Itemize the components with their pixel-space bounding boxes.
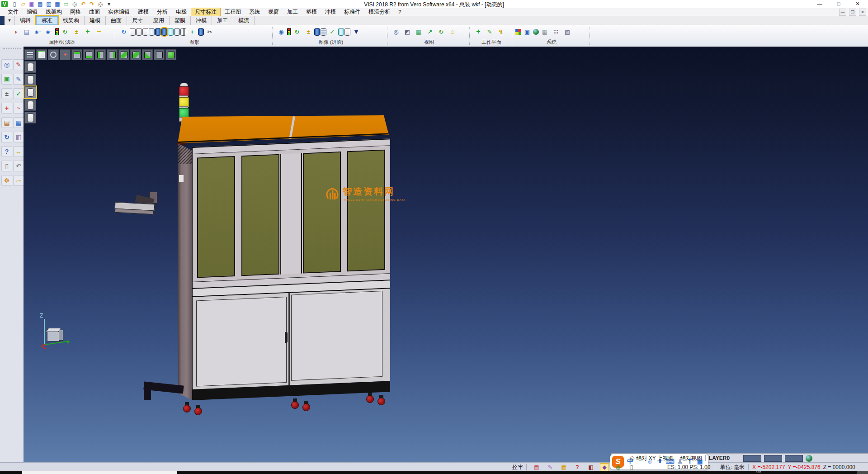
shading-ghost-icon[interactable] <box>174 28 180 36</box>
menu-edit[interactable]: 编辑 <box>23 8 42 16</box>
open-file-icon[interactable]: ▱ <box>19 0 27 8</box>
shading-flat-icon[interactable] <box>149 28 155 36</box>
tab-standard[interactable]: 标准 <box>36 16 58 25</box>
print-preview-icon[interactable]: ◎ <box>71 0 78 8</box>
cube-bottom-view-icon[interactable] <box>83 49 94 60</box>
status-help-icon[interactable]: ? <box>573 464 581 471</box>
shading-shaded-edges-icon[interactable] <box>161 28 167 36</box>
new-file-icon[interactable]: ▯ <box>11 0 18 8</box>
tab-flow[interactable]: 模流 <box>233 16 255 25</box>
redo-icon[interactable]: ↷ <box>88 0 95 8</box>
system-grid-icon[interactable]: ∷ <box>551 26 561 38</box>
menu-standard-parts[interactable]: 标准件 <box>340 8 364 16</box>
grid-snap-icon[interactable]: ▦ <box>560 464 568 471</box>
examine-cube-icon[interactable]: ◩ <box>402 26 413 38</box>
cube-back-view-icon[interactable] <box>130 49 141 60</box>
system-colors-icon[interactable] <box>515 29 521 35</box>
window-layout-icon[interactable]: ▦ <box>13 117 24 128</box>
status-button[interactable] <box>743 455 761 462</box>
viewport-3d[interactable]: + <box>24 47 868 462</box>
eye-minus-icon[interactable]: − <box>94 26 104 38</box>
menu-machining[interactable]: 加工 <box>283 8 302 16</box>
snap-circle-icon[interactable]: ◍ <box>614 464 622 471</box>
menu-moldflow[interactable]: 模流分析 <box>364 8 394 16</box>
move-triad-icon[interactable]: + <box>1 103 12 114</box>
undo-icon[interactable]: ↶ <box>80 0 87 8</box>
confirm-check-icon[interactable]: ✓ <box>13 88 24 99</box>
view-indicator[interactable]: 绝对视图 <box>680 455 702 462</box>
import-icon[interactable]: ▣ <box>28 0 35 8</box>
open-folder-icon[interactable]: ▱ <box>13 175 24 186</box>
eye-add-icon[interactable]: ◉+ <box>33 26 43 38</box>
tab-machining[interactable]: 加工 <box>212 16 233 25</box>
doc-restore-button[interactable]: ❐ <box>849 9 856 16</box>
advanced-check-icon[interactable]: ✓ <box>327 26 338 38</box>
status-button[interactable] <box>785 455 803 462</box>
help-icon[interactable]: ? <box>1 146 12 157</box>
menu-help[interactable]: ? <box>394 9 406 16</box>
tab-surface[interactable]: 曲面 <box>106 16 127 25</box>
menu-die[interactable]: 冲模 <box>321 8 340 16</box>
shading-hidden-line-icon[interactable] <box>136 28 142 36</box>
eye-refresh-icon[interactable]: ↻ <box>60 26 71 38</box>
cube-front-view-icon[interactable] <box>118 49 129 60</box>
shading-transparent-icon[interactable] <box>168 28 174 36</box>
cube-arrow-icon[interactable]: ◧ <box>587 464 595 471</box>
shading-hatch-icon[interactable] <box>180 28 186 36</box>
shading-dashed-icon[interactable] <box>142 28 148 36</box>
delete-trash-icon[interactable]: ▯ <box>1 161 12 171</box>
system-screen-icon[interactable]: ▣ <box>522 26 533 38</box>
dimension-icon[interactable]: ↔ <box>13 146 24 157</box>
zoom-view-icon[interactable]: ◎ <box>391 26 401 38</box>
zoom-icon[interactable] <box>48 49 59 60</box>
undo-arrow-icon[interactable]: ↶ <box>13 161 24 171</box>
tab-dropdown-button[interactable]: ▼ <box>5 16 15 25</box>
menu-analysis[interactable]: 分析 <box>153 8 172 16</box>
mode-shaded-icon[interactable] <box>24 86 36 98</box>
advanced-eye-icon[interactable]: ◉ <box>276 26 287 38</box>
shading-wireframe-icon[interactable] <box>130 28 136 36</box>
save-as-icon[interactable]: ▥ <box>45 0 52 8</box>
tab-modeling[interactable]: 建模 <box>85 16 106 25</box>
menu-dimension[interactable]: 尺寸标注 <box>191 8 221 16</box>
attributes-books-icon[interactable]: ▤ <box>1 117 12 128</box>
shading-add-icon[interactable]: + <box>187 26 198 38</box>
workplane-edit-icon[interactable]: ✎ <box>484 26 495 38</box>
advanced-refresh-icon[interactable]: ↻ <box>292 26 302 38</box>
tab-application[interactable]: 应用 <box>148 16 170 25</box>
advanced-eye-plusminus-icon[interactable]: ± <box>303 26 314 38</box>
menu-modeling[interactable]: 建模 <box>134 8 153 16</box>
menu-drafting[interactable]: 工程图 <box>221 8 245 16</box>
system-globe-icon[interactable] <box>533 29 539 35</box>
cube-iso2-view-icon[interactable] <box>154 49 165 60</box>
globe-icon[interactable] <box>806 455 812 462</box>
menu-electrode[interactable]: 电极 <box>172 8 191 16</box>
doc-minimize-button[interactable]: — <box>839 9 846 16</box>
panel-box-icon[interactable]: ▯ <box>627 464 636 471</box>
advanced-shaded-icon[interactable] <box>314 28 320 36</box>
cube-iso-view-icon[interactable] <box>142 49 153 60</box>
frame-select-icon[interactable]: ▣ <box>1 74 12 85</box>
menu-system[interactable]: 系统 <box>245 8 264 16</box>
triad-icon[interactable]: + <box>60 49 71 60</box>
eye-remove-icon[interactable]: ◉− <box>44 26 55 38</box>
tab-mold[interactable]: 塑膜 <box>170 16 191 25</box>
toolbar-grip[interactable] <box>3 48 21 51</box>
lock-toggle[interactable]: 拴牢 <box>512 464 523 471</box>
maximize-button[interactable]: □ <box>829 0 848 8</box>
advanced-traffic-light-icon[interactable] <box>287 28 291 35</box>
workplane-axes-icon[interactable]: + <box>473 26 484 38</box>
redraw-icon[interactable]: ↻ <box>118 26 129 38</box>
plane-grid-icon[interactable]: ▦ <box>413 26 424 38</box>
advanced-wireframe-icon[interactable] <box>344 28 350 36</box>
funnel-icon[interactable]: ▼ <box>351 26 362 38</box>
measure-arrow-icon[interactable]: ↗ <box>425 26 435 38</box>
close-button[interactable]: ✕ <box>848 0 867 8</box>
tab-edit[interactable]: 编辑 <box>15 16 36 25</box>
visi-logo-icon[interactable]: V <box>1 1 8 7</box>
menu-plastic-mold[interactable]: 塑模 <box>302 8 321 16</box>
rotate-view-icon[interactable]: ↻ <box>436 26 447 38</box>
mode-hidden-line-icon[interactable] <box>24 74 36 85</box>
mode-transparent-icon[interactable] <box>24 99 36 111</box>
cube-shaded-view-icon[interactable] <box>165 49 176 60</box>
